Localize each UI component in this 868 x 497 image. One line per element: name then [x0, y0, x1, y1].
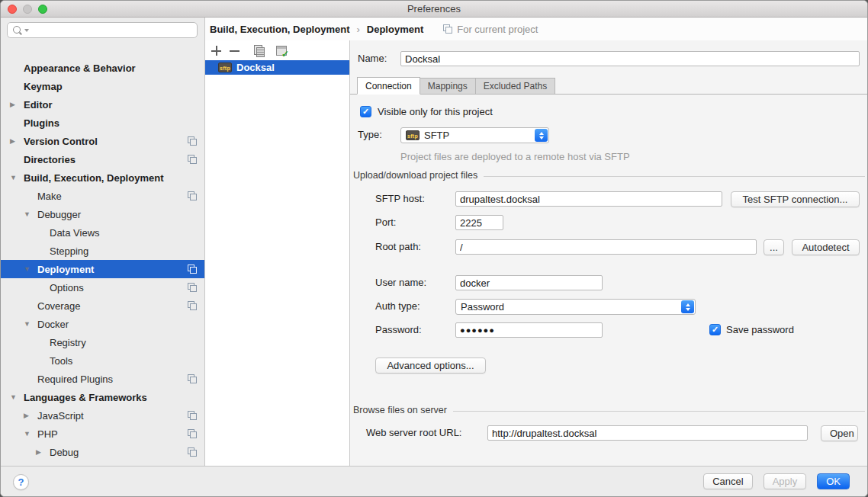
server-list-item[interactable]: sftp Docksal [205, 60, 349, 75]
settings-search[interactable] [7, 22, 198, 38]
save-password-checkbox[interactable]: ✓ [709, 324, 721, 335]
chevron-down-icon[interactable]: ▼ [10, 393, 24, 401]
sidebar-item-keymap[interactable]: Keymap [1, 77, 204, 95]
sidebar-item-docker[interactable]: ▼Docker [1, 315, 204, 333]
sidebar-item-label: Deployment [37, 264, 94, 275]
type-label: Type: [358, 127, 382, 143]
ok-button[interactable]: OK [817, 473, 850, 489]
chevron-right-icon[interactable]: ▶ [10, 101, 24, 108]
sidebar-item-javascript[interactable]: ▶JavaScript [1, 406, 204, 425]
chevron-down-icon[interactable]: ▼ [24, 265, 37, 273]
sidebar-item-appearance-behavior[interactable]: Appearance & Behavior [1, 59, 204, 77]
password-label: Password: [375, 322, 422, 338]
port-input[interactable] [455, 215, 503, 230]
web-root-input[interactable] [487, 425, 808, 441]
sidebar-item-build-execution-deployment[interactable]: ▼Build, Execution, Deployment [1, 168, 204, 187]
sidebar-item-editor[interactable]: ▶Editor [1, 95, 204, 114]
autodetect-button[interactable]: Autodetect [792, 239, 860, 255]
sidebar-item-label: Registry [50, 337, 86, 348]
sidebar-item-required-plugins[interactable]: Required Plugins [1, 370, 204, 388]
upload-section-header: Upload/download project files [353, 170, 865, 181]
chevron-right-icon[interactable]: ▶ [24, 412, 37, 419]
sidebar-item-stepping[interactable]: Stepping [1, 242, 204, 260]
sidebar-item-plugins[interactable]: Plugins [1, 114, 204, 132]
tab-bar: Connection Mappings Excluded Paths [350, 77, 868, 95]
visible-only-checkbox[interactable]: ✓ [360, 106, 371, 117]
breadcrumb-parent[interactable]: Build, Execution, Deployment [210, 24, 349, 35]
sidebar-item-version-control[interactable]: ▶Version Control [1, 132, 204, 150]
chevron-down-icon[interactable]: ▼ [24, 210, 37, 218]
browse-section-title: Browse files on server [353, 405, 447, 415]
sidebar-item-label: Version Control [24, 136, 98, 147]
sidebar-item-debugger[interactable]: ▼Debugger [1, 205, 204, 223]
sidebar-item-label: Options [50, 282, 84, 293]
sidebar-item-label: Plugins [24, 117, 59, 129]
apply-button[interactable]: Apply [764, 473, 807, 489]
sidebar-item-make[interactable]: Make [1, 187, 204, 205]
current-project-icon [188, 447, 197, 457]
chevron-down-icon[interactable]: ▼ [10, 174, 24, 181]
visible-only-label: Visible only for this project [378, 106, 493, 117]
auth-type-label: Auth type: [375, 299, 420, 314]
sidebar-item-tools[interactable]: Tools [1, 351, 204, 370]
type-select[interactable]: sftp SFTP [400, 127, 549, 143]
auth-type-select[interactable]: Password [455, 299, 696, 315]
preferences-window: Preferences Appearance & BehaviorKeymap▶… [0, 0, 868, 497]
sidebar-item-label: Editor [24, 99, 53, 111]
breadcrumb-current: Deployment [367, 24, 423, 35]
current-project-icon [188, 155, 197, 164]
sidebar-item-options[interactable]: Options [1, 278, 204, 297]
sidebar-item-coverage[interactable]: Coverage [1, 297, 204, 315]
set-default-server-icon[interactable]: ✓ [276, 46, 287, 56]
name-input[interactable] [400, 51, 860, 66]
search-input[interactable] [29, 25, 192, 36]
chevron-down-icon[interactable]: ▼ [24, 320, 37, 328]
sidebar-item-directories[interactable]: Directories [1, 150, 204, 168]
sidebar-item-label: Directories [24, 154, 76, 165]
settings-sidebar: Appearance & BehaviorKeymap▶EditorPlugin… [1, 18, 204, 466]
root-path-input[interactable] [455, 239, 757, 255]
name-label: Name: [358, 51, 387, 66]
sidebar-item-data-views[interactable]: Data Views [1, 223, 204, 242]
titlebar: Preferences [1, 1, 867, 18]
upload-section-title: Upload/download project files [353, 170, 477, 181]
test-sftp-connection-button[interactable]: Test SFTP connection... [731, 191, 860, 207]
sidebar-item-languages-frameworks[interactable]: ▼Languages & Frameworks [1, 388, 204, 406]
save-password-label: Save password [726, 324, 794, 335]
sidebar-item-php[interactable]: ▼PHP [1, 425, 204, 443]
sidebar-item-deployment[interactable]: ▼Deployment [1, 260, 204, 278]
cancel-button[interactable]: Cancel [703, 473, 752, 489]
footer-bar: ? Cancel Apply OK [1, 466, 867, 497]
type-help-text: Project files are deployed to a remote h… [400, 151, 630, 162]
chevron-right-icon[interactable]: ▶ [10, 137, 24, 145]
sftp-icon: sftp [218, 63, 232, 72]
port-label: Port: [375, 215, 396, 230]
sidebar-item-label: Coverage [37, 300, 80, 312]
sidebar-item-label: Debug [50, 447, 79, 458]
browse-root-path-button[interactable]: ... [764, 239, 784, 255]
current-project-icon [188, 265, 197, 274]
chevron-down-icon[interactable]: ▼ [24, 430, 37, 438]
user-name-input[interactable] [455, 275, 603, 290]
current-project-icon [188, 411, 197, 420]
chevron-right-icon[interactable]: ▶ [36, 448, 50, 456]
sidebar-item-label: Debugger [37, 209, 81, 220]
help-button[interactable]: ? [13, 474, 29, 490]
password-input[interactable] [455, 322, 603, 338]
tab-mappings[interactable]: Mappings [420, 78, 476, 95]
sidebar-item-label: Make [37, 191, 62, 202]
add-server-icon[interactable] [211, 46, 221, 56]
advanced-options-button[interactable]: Advanced options... [375, 358, 486, 374]
remove-server-icon[interactable] [230, 46, 240, 56]
scope-indicator: For current project [443, 24, 538, 35]
sidebar-item-label: Languages & Frameworks [24, 392, 147, 403]
open-button[interactable]: Open [821, 425, 858, 441]
sidebar-item-debug[interactable]: ▶Debug [1, 443, 204, 461]
tab-excluded-paths[interactable]: Excluded Paths [475, 78, 555, 95]
duplicate-server-icon[interactable] [254, 45, 265, 56]
sftp-host-input[interactable] [455, 191, 722, 207]
browse-section-header: Browse files on server [353, 405, 865, 415]
tab-connection[interactable]: Connection [357, 77, 420, 95]
sidebar-item-registry[interactable]: Registry [1, 333, 204, 351]
current-project-icon [188, 136, 197, 146]
